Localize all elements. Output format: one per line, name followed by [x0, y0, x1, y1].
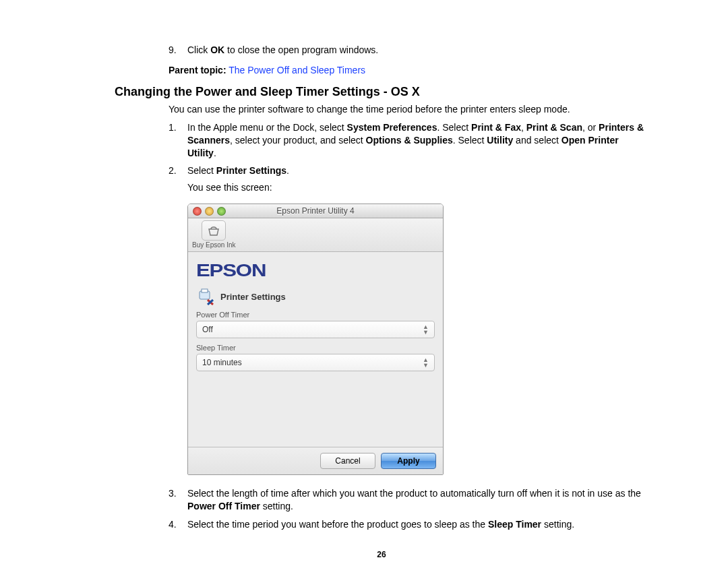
sleep-timer-label: Sleep Timer — [196, 344, 435, 352]
step-1: 1. In the Apple menu or the Dock, select… — [169, 121, 648, 160]
apply-button[interactable]: Apply — [381, 453, 436, 469]
step-number: 3. — [169, 487, 177, 500]
toolbar-buy-ink-label: Buy Epson Ink — [192, 241, 235, 249]
parent-topic-link[interactable]: The Power Off and Sleep Timers — [229, 65, 365, 75]
basket-icon — [202, 220, 226, 241]
chevron-updown-icon: ▲▼ — [423, 324, 429, 335]
sleep-timer-value: 10 minutes — [202, 358, 242, 367]
close-icon[interactable] — [193, 207, 202, 216]
step-4: 4. Select the time period you want befor… — [169, 518, 648, 531]
power-off-timer-value: Off — [202, 325, 213, 334]
section-intro: You can use the printer software to chan… — [169, 103, 648, 116]
section-heading: Changing the Power and Sleep Timer Setti… — [115, 85, 648, 99]
step-number: 9. — [169, 44, 177, 57]
page-number: 26 — [115, 550, 648, 559]
sleep-timer-select[interactable]: 10 minutes ▲▼ — [196, 354, 435, 371]
step-text: Click OK to close the open program windo… — [187, 44, 378, 55]
traffic-lights — [193, 207, 226, 216]
zoom-icon[interactable] — [217, 207, 226, 216]
window-titlebar: Epson Printer Utility 4 — [188, 204, 443, 218]
step-9: 9. Click OK to close the open program wi… — [169, 44, 648, 57]
chevron-updown-icon: ▲▼ — [423, 357, 429, 368]
power-off-timer-select[interactable]: Off ▲▼ — [196, 321, 435, 338]
printer-icon — [196, 288, 215, 305]
svg-rect-1 — [202, 289, 208, 292]
step-number: 4. — [169, 518, 177, 531]
printer-settings-header: Printer Settings — [196, 288, 435, 305]
step-3: 3. Select the length of time after which… — [169, 487, 648, 513]
step-text: Select the time period you want before t… — [187, 519, 574, 530]
step-text: In the Apple menu or the Dock, select Sy… — [187, 122, 644, 158]
step-number: 1. — [169, 121, 177, 134]
step-text: Select the length of time after which yo… — [187, 488, 641, 511]
you-see-line: You see this screen: — [187, 181, 648, 194]
step-number: 2. — [169, 164, 177, 177]
window-footer: Cancel Apply — [188, 447, 443, 474]
power-off-timer-label: Power Off Timer — [196, 311, 435, 319]
window-title: Epson Printer Utility 4 — [188, 206, 443, 216]
step-text: Select Printer Settings. — [187, 165, 289, 176]
window-toolbar: Buy Epson Ink — [188, 218, 443, 252]
window-content: EPSON Printer Settings Power Off Timer — [188, 252, 443, 447]
osx-window: Epson Printer Utility 4 Buy Epson Ink EP… — [187, 204, 444, 475]
minimize-icon[interactable] — [205, 207, 214, 216]
spacer — [196, 377, 435, 439]
parent-topic-label: Parent topic: — [169, 65, 226, 75]
cancel-button[interactable]: Cancel — [320, 453, 375, 469]
toolbar-buy-ink[interactable]: Buy Epson Ink — [192, 220, 235, 249]
epson-logo: EPSON — [196, 260, 444, 281]
parent-topic: Parent topic: The Power Off and Sleep Ti… — [169, 65, 648, 75]
step-2: 2. Select Printer Settings. You see this… — [169, 164, 648, 194]
embedded-screenshot: Epson Printer Utility 4 Buy Epson Ink EP… — [187, 204, 648, 475]
printer-settings-label: Printer Settings — [220, 292, 286, 302]
